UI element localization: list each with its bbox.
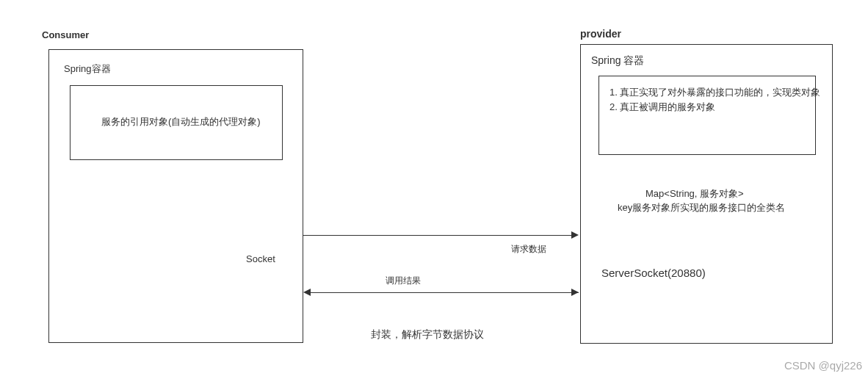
result-label: 调用结果	[386, 275, 421, 287]
provider-impl-line1: 1. 真正实现了对外暴露的接口功能的，实现类对象	[610, 86, 820, 99]
result-arrow-head-right	[571, 289, 579, 296]
provider-title: provider	[580, 28, 621, 40]
watermark: CSDN @qyj226	[784, 359, 862, 372]
result-arrow-line	[311, 292, 579, 293]
consumer-title: Consumer	[42, 29, 89, 40]
provider-impl-line2: 2. 真正被调用的服务对象	[610, 101, 715, 114]
result-arrow-head-left	[303, 289, 311, 296]
request-arrow-line	[303, 235, 571, 236]
provider-map-line2: key服务对象所实现的服务接口的全类名	[618, 201, 785, 214]
provider-map-line1: Map<String, 服务对象>	[645, 187, 744, 200]
request-arrow-head	[571, 231, 579, 239]
consumer-proxy-box: 服务的引用对象(自动生成的代理对象)	[70, 85, 283, 160]
consumer-proxy-text: 服务的引用对象(自动生成的代理对象)	[101, 115, 261, 129]
consumer-box: Spring容器 服务的引用对象(自动生成的代理对象) Socket	[48, 49, 303, 343]
provider-box: Spring 容器 1. 真正实现了对外暴露的接口功能的，实现类对象 2. 真正…	[580, 44, 833, 344]
socket-label: Socket	[246, 253, 275, 264]
server-socket-label: ServerSocket(20880)	[601, 267, 706, 279]
provider-container-label: Spring 容器	[591, 54, 644, 68]
consumer-container-label: Spring容器	[64, 62, 111, 76]
provider-impl-box: 1. 真正实现了对外暴露的接口功能的，实现类对象 2. 真正被调用的服务对象	[598, 76, 816, 155]
request-label: 请求数据	[511, 243, 546, 256]
protocol-label: 封装，解析字节数据协议	[371, 328, 484, 341]
